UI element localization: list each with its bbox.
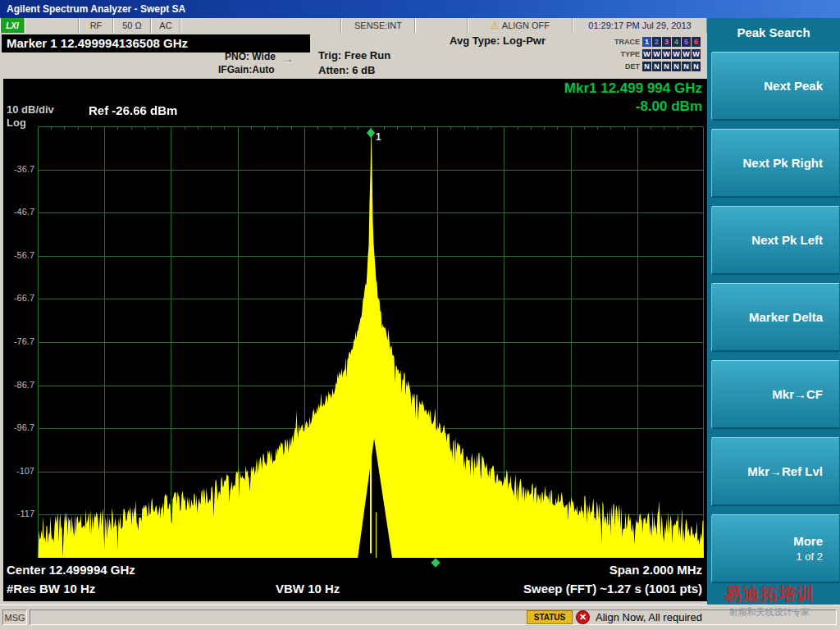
error-icon: ✕ <box>576 610 590 624</box>
center-frequency-marker-icon <box>431 558 440 567</box>
marker-ampl-readout: -8.00 dBm <box>636 98 702 115</box>
trace-table-cell: 3 <box>662 37 671 47</box>
arrow-icon: → <box>281 51 294 67</box>
scale-mode-label: Log <box>7 116 26 129</box>
trace-row: TRACE 123456 <box>610 35 701 48</box>
coupling-indicator: AC <box>151 18 180 33</box>
ifgain-setting: IFGain:Auto <box>218 64 275 75</box>
measurement-header: Marker 1 12.499994136508 GHz PNO: Wide →… <box>0 33 707 79</box>
trace-table-cell: W <box>652 49 661 59</box>
type-row: TYPE WWWWWW <box>610 48 701 60</box>
y-axis-label: -76.7 <box>3 336 34 346</box>
y-axis-label: -117 <box>3 509 34 518</box>
det-row-label: DET <box>610 62 642 71</box>
instrument-status-strip: LXI RF 50 Ω AC SENSE:INT ⚠ ALIGN OFF 01:… <box>0 18 707 34</box>
rf-indicator: RF <box>79 18 113 33</box>
trace-table-cell: N <box>642 62 651 71</box>
warning-icon: ⚠ <box>491 20 500 31</box>
trace-table-cell: N <box>662 62 671 71</box>
softkey-next-peak[interactable]: Next Peak <box>711 52 840 121</box>
trace-status-table: TRACE 123456 TYPE WWWWWW DET NNNNNN <box>610 35 701 72</box>
more-label: More <box>793 534 823 548</box>
vbw-label: VBW 10 Hz <box>276 582 340 596</box>
align-status: ⚠ ALIGN OFF <box>468 18 573 33</box>
lxi-indicator: LXI <box>0 18 25 33</box>
trace-table-cell: 4 <box>672 37 681 47</box>
trace-table-cell: W <box>672 49 681 59</box>
datetime-display: 01:29:17 PM Jul 29, 2013 <box>573 18 707 33</box>
status-chip: STATUS <box>527 610 573 624</box>
y-axis-label: -46.7 <box>3 207 34 217</box>
spectrum-display: 10 dB/div Log Ref -26.66 dBm Mkr1 12.499… <box>3 79 707 601</box>
trace-table-cell: W <box>662 49 671 59</box>
spectrum-plot <box>38 126 704 558</box>
toolbar-spacer <box>415 18 468 33</box>
status-message-field <box>30 609 837 625</box>
trace-table-cell: N <box>672 62 681 71</box>
det-values: NNNNNN <box>642 62 701 71</box>
trace-table-cell: 5 <box>682 37 691 47</box>
trace-table-cell: W <box>692 49 701 59</box>
sweep-label: Sweep (FFT) ~1.27 s (1001 pts) <box>523 582 702 596</box>
softkey-marker-delta[interactable]: Marker Delta <box>711 283 840 352</box>
instrument-screen: Agilent Spectrum Analyzer - Swept SA LXI… <box>0 0 840 630</box>
y-axis-label: -36.7 <box>3 164 34 174</box>
softkey-menu-title: Peak Search <box>707 18 840 39</box>
trigger-setting: Trig: Free Run <box>318 49 390 62</box>
active-marker-readout: Marker 1 12.499994136508 GHz <box>2 34 310 52</box>
y-axis-label: -66.7 <box>3 293 34 303</box>
y-axis-label: -86.7 <box>3 380 34 390</box>
window-title: Agilent Spectrum Analyzer - Swept SA <box>7 3 185 15</box>
impedance-indicator: 50 Ω <box>113 18 151 33</box>
y-axis-label: -56.7 <box>3 250 34 260</box>
softkey-panel: Peak Search Next PeakNext Pk RightNext P… <box>707 18 840 605</box>
type-values: WWWWWW <box>642 49 701 59</box>
avg-type-setting: Avg Type: Log-Pwr <box>450 34 546 47</box>
center-freq-label: Center 12.499994 GHz <box>7 563 135 577</box>
res-bw-label: #Res BW 10 Hz <box>7 582 95 596</box>
marker1-number: 1 <box>376 131 381 143</box>
trace-table-cell: N <box>652 62 661 71</box>
align-status-label: ALIGN OFF <box>502 21 550 30</box>
softkey-mkr-ref-lvl[interactable]: Mkr→Ref Lvl <box>711 437 840 506</box>
status-message: Align Now, All required <box>596 611 702 623</box>
span-label: Span 2.000 MHz <box>609 563 702 577</box>
trace-row-label: TRACE <box>610 38 642 46</box>
trace-numbers: 123456 <box>642 37 701 47</box>
trace-table-cell: 6 <box>692 37 701 47</box>
more-page-indicator: 1 of 2 <box>796 550 823 563</box>
msg-box: MSG <box>2 609 27 625</box>
type-row-label: TYPE <box>610 50 642 58</box>
y-axis-label: -96.7 <box>3 422 34 432</box>
trace-table-cell: N <box>682 62 691 71</box>
marker-freq-readout: Mkr1 12.499 994 GHz <box>564 80 702 97</box>
status-bar: MSG STATUS ✕ Align Now, All required <box>0 605 840 630</box>
trace-table-cell: 2 <box>652 37 661 47</box>
trace-table-cell: N <box>692 62 701 71</box>
sense-indicator: SENSE:INT <box>341 18 415 33</box>
atten-setting: Atten: 6 dB <box>318 64 375 76</box>
softkey-more[interactable]: More 1 of 2 <box>711 514 840 583</box>
trace-table-cell: W <box>642 49 651 59</box>
pno-setting: PNO: Wide <box>225 51 276 62</box>
det-row: DET NNNNNN <box>610 60 701 72</box>
scale-label: 10 dB/div <box>7 103 54 116</box>
softkey-mkr-cf[interactable]: Mkr→CF <box>711 360 840 429</box>
toolbar-spacer <box>25 18 79 33</box>
softkey-next-pk-right[interactable]: Next Pk Right <box>711 129 840 198</box>
trace-table-cell: W <box>682 49 691 59</box>
ref-level-label: Ref -26.66 dBm <box>89 103 177 117</box>
window-titlebar: Agilent Spectrum Analyzer - Swept SA <box>0 0 840 18</box>
toolbar-spacer <box>180 18 341 33</box>
trace-table-cell: 1 <box>642 37 651 47</box>
y-axis-label: -107 <box>3 466 34 476</box>
softkey-next-pk-left[interactable]: Next Pk Left <box>711 206 840 275</box>
